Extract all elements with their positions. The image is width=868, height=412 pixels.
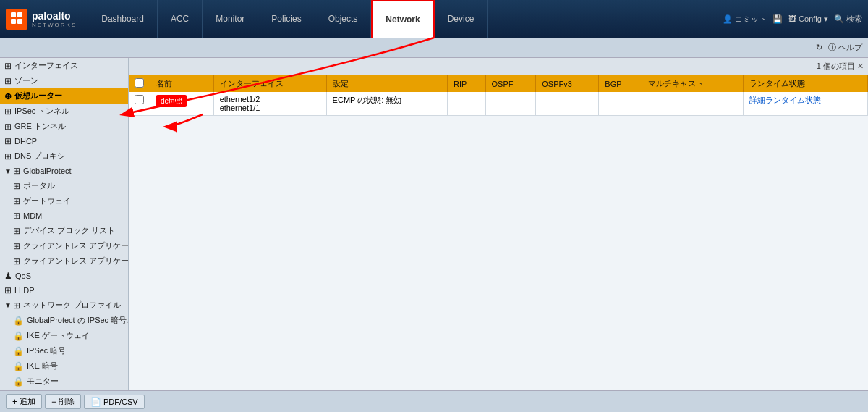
- logo-icon: [6, 9, 27, 30]
- qos-icon: ♟: [4, 271, 12, 281]
- row-settings-cell: ECMP の状態: 無効: [326, 92, 447, 116]
- sidebar-item-globalprotect[interactable]: ▼ ⊞ GlobalProtect: [0, 164, 128, 178]
- nav-tabs: Dashboard ACC Monitor Policies Objects N…: [88, 0, 723, 38]
- row-bgp-cell: [599, 92, 642, 116]
- globalprotect-icon: ⊞: [13, 166, 20, 176]
- sidebar-item-ipsec-crypto[interactable]: 🔒 IPSec 暗号: [0, 343, 128, 358]
- tab-device[interactable]: Device: [435, 0, 488, 38]
- sidebar-item-gateway[interactable]: ⊞ ゲートウェイ: [0, 193, 128, 209]
- sidebar-item-gp-ipsec[interactable]: 🔒 GlobalProtect の IPSec 暗号…: [0, 313, 128, 328]
- expand-icon: ▼: [4, 167, 12, 175]
- tab-acc[interactable]: ACC: [158, 0, 203, 38]
- table-toolbar: 1 個の項目 ✕: [129, 58, 868, 75]
- close-icon[interactable]: ✕: [857, 62, 864, 71]
- clientless-app1-icon: ⊞: [13, 241, 20, 251]
- tab-policies[interactable]: Policies: [258, 0, 315, 38]
- table-row: default ethernet1/2 ethernet1/1 ECMP の状態…: [129, 92, 868, 116]
- ipsec-crypto-icon: 🔒: [13, 346, 24, 356]
- ipsec-tunnel-icon: ⊞: [4, 106, 12, 117]
- second-bar: ↻ ⓘ ヘルプ: [0, 38, 868, 58]
- sidebar-item-lldp[interactable]: ⊞ LLDP: [0, 283, 128, 298]
- sidebar-item-qos[interactable]: ♟ QoS: [0, 269, 128, 283]
- sidebar-item-network-profiles[interactable]: ▼ ⊞ ネットワーク プロファイル: [0, 298, 128, 313]
- tab-objects[interactable]: Objects: [315, 0, 372, 38]
- sidebar-item-device-block-list[interactable]: ⊞ デバイス ブロック リスト: [0, 223, 128, 238]
- network-profiles-expand-icon: ▼: [4, 301, 12, 309]
- portal-icon: ⊞: [13, 181, 20, 191]
- sidebar-item-if-mgmt[interactable]: ⊞ インターフェイス管理: [0, 389, 128, 390]
- add-button[interactable]: + 追加: [6, 394, 42, 409]
- zones-icon: ⊞: [4, 76, 12, 86]
- row-checkbox-cell: [129, 92, 150, 116]
- remove-icon: −: [51, 397, 56, 407]
- row-interfaces-cell: ethernet1/2 ethernet1/1: [213, 92, 326, 116]
- svg-rect-2: [11, 19, 16, 24]
- item-count: 1 個の項目: [817, 61, 855, 72]
- col-multicast: マルチキャスト: [642, 75, 744, 92]
- clientless-app2-icon: ⊞: [13, 256, 20, 266]
- svg-rect-1: [17, 12, 22, 17]
- col-bgp: BGP: [599, 75, 642, 92]
- col-rip: RIP: [448, 75, 485, 92]
- sidebar-item-ike-crypto[interactable]: 🔒 IKE 暗号: [0, 358, 128, 374]
- sidebar-item-mdm[interactable]: ⊞ MDM: [0, 209, 128, 223]
- device-block-list-icon: ⊞: [13, 226, 20, 236]
- tab-network[interactable]: Network: [371, 0, 434, 38]
- ike-crypto-icon: 🔒: [13, 361, 24, 371]
- dns-proxy-icon: ⊞: [4, 151, 12, 161]
- row-ospf-cell: [485, 92, 536, 116]
- svg-rect-3: [17, 19, 22, 24]
- row-name-cell: default: [150, 92, 214, 116]
- add-icon: +: [12, 397, 17, 407]
- select-all-checkbox[interactable]: [135, 78, 144, 88]
- sidebar-item-ipsec-tunnel[interactable]: ⊞ IPSec トンネル: [0, 104, 128, 119]
- runtime-link[interactable]: 詳細ランタイム状態: [749, 96, 821, 104]
- sidebar-item-monitor[interactable]: 🔒 モニター: [0, 374, 128, 389]
- help-icon[interactable]: ⓘ ヘルプ: [828, 42, 862, 53]
- sidebar-item-dhcp[interactable]: ⊞ DHCP: [0, 134, 128, 148]
- sidebar-item-virtual-router[interactable]: ⊕ 仮想ルーター: [0, 88, 128, 104]
- sidebar-item-portal[interactable]: ⊞ ポータル: [0, 178, 128, 193]
- row-runtime-cell: 詳細ランタイム状態: [743, 92, 867, 116]
- sidebar-item-ike-gateway[interactable]: 🔒 IKE ゲートウェイ: [0, 328, 128, 343]
- row-checkbox[interactable]: [135, 95, 144, 104]
- dhcp-icon: ⊞: [4, 136, 12, 146]
- pdf-icon: 📄: [90, 397, 101, 407]
- row-name-tag[interactable]: default: [156, 95, 187, 107]
- save-icon[interactable]: 💾: [773, 14, 783, 24]
- gre-tunnel-icon: ⊞: [4, 122, 12, 132]
- sidebar-item-clientless-app1[interactable]: ⊞ クライアントレス アプリケー: [0, 238, 128, 253]
- tab-monitor[interactable]: Monitor: [203, 0, 258, 38]
- row-rip-cell: [448, 92, 485, 116]
- tab-dashboard[interactable]: Dashboard: [88, 0, 158, 38]
- col-ospf: OSPF: [485, 75, 536, 92]
- sidebar-item-clientless-app2[interactable]: ⊞ クライアントレス アプリケー: [0, 253, 128, 269]
- virtual-router-icon: ⊕: [4, 91, 12, 101]
- interfaces-icon: ⊞: [4, 61, 12, 71]
- gp-ipsec-icon: 🔒: [13, 316, 24, 326]
- refresh-icon[interactable]: ↻: [816, 43, 822, 52]
- sidebar-item-interfaces[interactable]: ⊞ インターフェイス: [0, 58, 128, 73]
- row-ospfv3-cell: [536, 92, 599, 116]
- monitor2-icon: 🔒: [13, 377, 24, 387]
- app-logo: paloalto NETWORKS: [6, 9, 77, 30]
- logo-sub: NETWORKS: [32, 22, 77, 28]
- sidebar-item-gre-tunnel[interactable]: ⊞ GRE トンネル: [0, 119, 128, 134]
- sidebar-item-dns-proxy[interactable]: ⊞ DNS プロキシ: [0, 148, 128, 164]
- network-profiles-icon: ⊞: [13, 300, 20, 311]
- pdf-csv-button[interactable]: 📄 PDF/CSV: [84, 395, 145, 409]
- commit-button[interactable]: 👤 コミット: [723, 14, 767, 25]
- data-table: 名前 インターフェイス 設定 RIP OSPF OSPFv3 BGP マルチキャ…: [129, 75, 868, 390]
- col-runtime: ランタイム状態: [743, 75, 867, 92]
- row-multicast-cell: [642, 92, 744, 116]
- search-button[interactable]: 🔍 検索: [834, 14, 862, 25]
- top-nav-bar: paloalto NETWORKS Dashboard ACC Monitor …: [0, 0, 868, 38]
- top-right-controls: 👤 コミット 💾 🖼 Config ▾ 🔍 検索: [723, 14, 862, 25]
- svg-rect-0: [11, 12, 16, 17]
- sidebar-item-zones[interactable]: ⊞ ゾーン: [0, 73, 128, 88]
- main-layout: ⊞ インターフェイス ⊞ ゾーン ⊕ 仮想ルーター ⊞ IPSec トンネル ⊞…: [0, 58, 868, 390]
- remove-button[interactable]: − 削除: [45, 394, 81, 409]
- col-name: 名前: [150, 75, 214, 92]
- config-button[interactable]: 🖼 Config ▾: [788, 14, 828, 24]
- bottom-bar: + 追加 − 削除 📄 PDF/CSV: [0, 390, 868, 412]
